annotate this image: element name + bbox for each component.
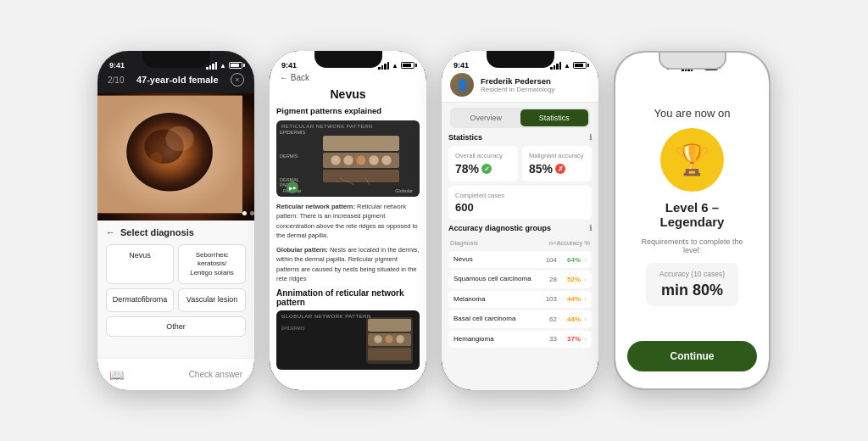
phone-level: 9:41 ▲ You are now on 🏆 Level 6 – Le [614, 51, 771, 390]
diagnosis-panel: ← Select diagnosis Nevus Seborrheic kera… [97, 220, 254, 358]
level-content: You are now on 🏆 Level 6 – Legendary Req… [615, 71, 769, 341]
phone1-top-bar: 2/10 47-year-old female × [97, 70, 254, 93]
status-icons-1: ▲ [206, 62, 242, 70]
notch-1 [142, 51, 210, 68]
diag-basal-n: 62 [538, 315, 557, 323]
diag-row-hemangioma[interactable]: Hemangioma 33 37% › [448, 331, 592, 348]
tab-overview[interactable]: Overview [452, 109, 520, 126]
wifi-2: ▲ [392, 62, 398, 70]
arrow-melanoma: › [584, 295, 587, 304]
accuracy-label: Accuracy (10 cases) [659, 270, 725, 278]
overall-accuracy-badge: ✓ [481, 164, 492, 174]
svg-point-18 [374, 335, 382, 343]
globular-bottom: Globular [395, 188, 413, 193]
svg-point-4 [150, 152, 163, 165]
malignant-accuracy-value: 85% ✗ [529, 162, 585, 176]
play-indicator[interactable]: ▶ [287, 181, 298, 193]
malignant-accuracy-badge: ✗ [555, 164, 565, 174]
diag-melanoma-name: Melanoma [453, 295, 538, 304]
diag-row-nevus[interactable]: Nevus 104 64% › [448, 251, 592, 268]
diag-other[interactable]: Other [106, 316, 246, 337]
diag-basal-acc: 44% [557, 315, 581, 323]
wifi-3: ▲ [564, 62, 570, 70]
tab-statistics[interactable]: Statistics [520, 109, 589, 126]
back-arrow[interactable]: ← [106, 227, 115, 237]
diag-squamous-n: 28 [538, 276, 557, 283]
diag-nevus-acc: 64% [557, 256, 581, 264]
diag-dermatofibroma[interactable]: Dermatofibroma [106, 288, 174, 312]
diag-row-basal[interactable]: Basal cell carcinoma 62 44% › [448, 310, 592, 327]
section2-heading: Annimation of reticular network pattern [276, 288, 420, 307]
diag-hemangioma-name: Hemangioma [453, 335, 538, 343]
arrow-basal: › [584, 315, 587, 323]
accuracy-groups-label: Accuracy diagnostic groups ℹ [448, 224, 592, 232]
back-link-2[interactable]: ← Back [280, 73, 309, 82]
phone-statistics: 9:41 ▲ 👤 Frederik Pedersen Resident in [442, 51, 598, 390]
anat2-svg [366, 317, 413, 364]
info-icon-groups[interactable]: ℹ [589, 224, 592, 232]
status-icons-3: ▲ [550, 62, 587, 70]
nevus-content: Pigment patterns explained RETICULAR NET… [270, 106, 426, 390]
time-2: 9:41 [281, 61, 297, 70]
svg-rect-7 [323, 170, 399, 182]
info-icon-stats[interactable]: ℹ [589, 133, 592, 142]
requirements-box: Accuracy (10 cases) min 80% [646, 263, 738, 306]
diag-squamous-name: Squamous cell carcinoma [453, 275, 538, 283]
overall-accuracy-label: Overall accuracy [455, 152, 511, 159]
col-diagnosis: Diagnosis [450, 239, 549, 247]
close-button[interactable]: × [231, 73, 244, 87]
notch-3 [487, 51, 554, 68]
scene: 9:41 ▲ 2/10 47-year-old female × [0, 0, 868, 441]
svg-rect-15 [368, 319, 411, 332]
anat2-3d [366, 317, 413, 364]
diag-seborrheic[interactable]: Seborrheic keratosis/Lentigo solaris [178, 244, 246, 284]
svg-point-3 [165, 126, 193, 152]
svg-point-12 [381, 155, 392, 165]
stats-tabs: Overview Statistics [450, 108, 590, 128]
arrow-nevus: › [584, 255, 587, 264]
col-n: n= [549, 239, 557, 247]
diag-row-melanoma[interactable]: Melanoma 103 44% › [448, 291, 592, 308]
anatomy-svg [319, 131, 403, 187]
time-1: 9:41 [109, 61, 125, 70]
diag-basal-name: Basal cell carcinoma [453, 315, 538, 323]
time-3: 9:41 [453, 61, 469, 70]
notch-4 [659, 53, 726, 70]
continue-button[interactable]: Continue [627, 341, 757, 371]
diag-nevus-n: 104 [538, 256, 557, 264]
diag-table-header: Diagnosis n= Accuracy % [448, 237, 592, 249]
diag-row-squamous[interactable]: Squamous cell carcinoma 28 52% › [448, 271, 592, 287]
level-title: Level 6 – Legendary [632, 200, 752, 229]
arrow-squamous: › [584, 276, 587, 284]
svg-point-19 [385, 335, 393, 343]
profile-bar: 👤 Frederik Pedersen Resident in Dermatol… [442, 70, 598, 103]
select-diagnosis-label: Select diagnosis [120, 227, 194, 237]
skin-lesion-image [97, 93, 254, 220]
diag-melanoma-acc: 44% [557, 295, 581, 303]
overall-accuracy-value: 78% ✓ [455, 162, 511, 176]
accuracy-row: Overall accuracy 78% ✓ Malignant accurac… [448, 146, 592, 181]
reticular-description: Reticular network pattern: Reticular net… [276, 202, 420, 240]
nevus-nav: ← Back [270, 70, 426, 86]
battery-1 [229, 62, 242, 69]
check-answer-button[interactable]: Check answer [189, 370, 242, 379]
status-icons-2: ▲ [378, 62, 415, 70]
diag-squamous-acc: 52% [557, 276, 581, 283]
wifi-1: ▲ [220, 62, 226, 70]
trophy-container: 🏆 [660, 128, 724, 192]
avatar: 👤 [450, 73, 474, 97]
case-title: 47-year-old female [136, 75, 219, 85]
book-icon[interactable]: 📖 [109, 368, 124, 382]
profile-name: Frederik Pedersen [481, 76, 555, 86]
requirements-heading: Requirements to complete the level: [632, 237, 752, 254]
anatomy-diagram-1: RETICULAR NETWORK PATTERN EPIDERMIS DERM… [276, 120, 420, 197]
profile-role: Resident in Dermatology [481, 86, 555, 93]
dot-1 [242, 211, 247, 215]
diag-nevus[interactable]: Nevus [106, 244, 174, 284]
nevus-title: Nevus [270, 86, 426, 106]
phone1-bottom-bar: 📖 Check answer [97, 358, 254, 390]
battery-3 [573, 62, 587, 69]
dermis-label: DERMIS [280, 154, 305, 159]
overall-accuracy-card: Overall accuracy 78% ✓ [448, 146, 518, 181]
diag-vascular[interactable]: Vascular lesion [178, 288, 246, 312]
